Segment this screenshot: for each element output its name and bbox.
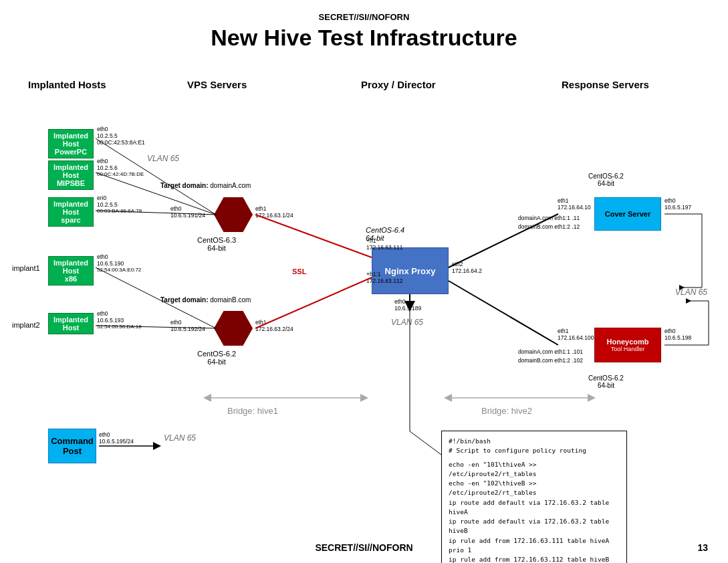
bridge-hive2: Bridge: hive2 [481,406,532,416]
honeycomb-eth1-label: eth1172.16.64.100 [558,328,594,341]
svg-line-5 [255,215,372,257]
vps1-eth1-label: eth1172.16.63.1/24 [255,205,293,219]
script-line2: # Script to configure policy routing [449,446,620,455]
honeycomb-eth0-label: eth010.6.5.198 [664,328,691,341]
implanted-host-powerpc: ImplantedHostPowerPC [48,129,94,158]
classification-top: SECRET//SI//NOFORN [0,12,728,22]
vps2-target-domain: Target domain: domainB.com [160,296,251,304]
implanted-host-x86: ImplantedHostx86 [48,256,94,286]
script-line9: ip rule add from 172.16.63.112 table hiv… [449,555,620,563]
proxy-eth-h1b: +h1:1172.16.63.112 [366,271,402,284]
ssl-label: SSL [292,267,306,275]
eth-mipsbe-mac: 00:0C:42:4D:7B:DE [97,171,144,177]
main-title: New Hive Test Infrastructure [0,25,728,51]
proxy-vlan: VLAN 65 [391,318,423,327]
vps2-eth1-label: eth1172.16.63.2/24 [255,319,293,332]
vlan65-response: VLAN 65 [675,288,707,297]
implanted-host-5: ImplantedHost [48,313,94,334]
vps1-target-domain: Target domain: domainA.com [160,182,251,189]
proxy-eth2: eth2172.16.64.2 [452,261,482,274]
script-line8: ip rule add from 172.16.63.111 table hiv… [449,536,620,556]
eth-host5-mac: 52:54:00:36:DA:16 [97,324,142,330]
col-header-vps: VPS Servers [187,79,247,90]
classification-bottom: SECRET//SI//NOFORN [315,542,412,553]
svg-line-18 [410,431,441,455]
col-header-response: Response Servers [562,79,649,90]
cover-eth1-label: eth1172.16.64.10 [558,197,591,211]
script-line5: echo -en "102\thiveB >> /etc/iproute2/rt… [449,479,620,498]
honeycomb-label: Honeycomb [607,338,649,346]
script-line4: echo -en "101\thiveA >> /etc/iproute2/rt… [449,460,620,479]
proxy-eth0: eth010.6.5.189 [394,298,421,312]
svg-line-8 [449,281,558,345]
script-line1: #!/bin/bash [449,437,620,446]
vps-hex-1 [214,197,253,232]
cover-server-os: CentOS-6.264-bit [588,173,624,187]
eth-x86-eth0: eth010.6.5.190 [97,253,124,267]
vps-hex-2 [214,311,253,346]
eth-host5-eth0: eth010.6.5.193 [97,310,124,324]
script-line6: ip route add default via 172.16.63.2 tab… [449,498,620,518]
cover-server-box: Cover Server [594,197,661,231]
eth-powerpc-mac: 00:0C:42:53:8A:E1 [97,139,145,146]
col-header-proxy: Proxy / Director [361,79,436,90]
vps1-centos: CentOS-6.364-bit [197,236,236,252]
col-header-implanted: Implanted Hosts [28,79,106,90]
vps1-vlan: VLAN 65 [147,154,179,163]
proxy-os: CentOS-6.464-bit [366,226,404,242]
implanted-host-mipsbe: ImplantedHostMIPSBE [48,160,94,190]
implanted-host-sparc: ImplantedHostsparc [48,197,94,227]
honeycomb-os: CentOS-6.264-bit [588,374,624,389]
bridge-hive1: Bridge: hive1 [227,406,278,416]
eth-sparc-mac: 00:03:BA:86:6A:78 [97,208,142,214]
command-post-vlan: VLAN 65 [164,433,196,443]
implant1-label: implant1 [12,264,40,272]
page-number: 13 [697,542,708,553]
script-box: #!/bin/bash # Script to configure policy… [441,431,627,563]
eth-sparc-eri0: eri010.2.5.5 [97,195,118,208]
honeycomb-sublabel: Tool Handler [611,346,645,352]
command-post-box: CommandPost [48,429,96,463]
eth-x86-mac: 52:54:00:3A:E0:72 [97,267,141,273]
eth-powerpc-eth0: eth010.2.5.5 [97,126,118,139]
vps1-eth0-label: eth010.6.5.191/24 [170,205,205,219]
script-line7: ip route add default via 172.16.63.2 tab… [449,517,620,536]
honeycomb-routing: domainA.com eth1:1 .101 domainB.com eth1… [518,348,583,365]
honeycomb-box: Honeycomb Tool Handler [594,328,661,362]
eth-mipsbe-eth0: eth010.2.5.6 [97,158,118,171]
vps2-eth0-label: eth010.6.5.192/24 [170,319,205,332]
cover-routing: domainA.com eth1:1 .11 domainB.com eth1:… [518,214,580,231]
vps2-centos: CentOS-6.264-bit [197,350,236,366]
command-post-eth: eth010.6.5.195/24 [99,431,134,445]
implant2-label: implant2 [12,321,40,329]
cover-eth0-label: eth010.6.5.197 [664,197,691,211]
